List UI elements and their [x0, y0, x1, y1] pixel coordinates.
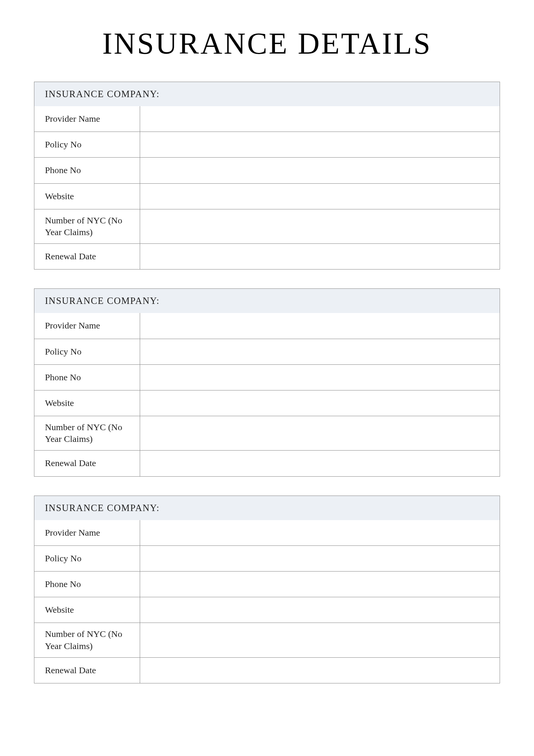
field-value-website[interactable] — [140, 597, 500, 623]
field-value-renewal-date[interactable] — [140, 658, 500, 683]
field-label-website: Website — [34, 184, 140, 209]
form-row: Number of NYC (No Year Claims) — [34, 416, 500, 450]
form-row: Policy No — [34, 545, 500, 571]
form-row: Policy No — [34, 132, 500, 157]
section-header: INSURANCE COMPANY: — [34, 82, 500, 106]
form-row: Website — [34, 597, 500, 623]
field-label-provider-name: Provider Name — [34, 106, 140, 132]
page-title: INSURANCE DETAILS — [34, 26, 500, 61]
field-label-website: Website — [34, 597, 140, 623]
form-row: Phone No — [34, 571, 500, 597]
section-header: INSURANCE COMPANY: — [34, 496, 500, 520]
field-label-policy-no: Policy No — [34, 546, 140, 571]
field-label-website: Website — [34, 390, 140, 416]
form-row: Number of NYC (No Year Claims) — [34, 209, 500, 243]
field-value-provider-name[interactable] — [140, 520, 500, 545]
form-row: Provider Name — [34, 106, 500, 132]
field-label-policy-no: Policy No — [34, 339, 140, 364]
form-row: Number of NYC (No Year Claims) — [34, 623, 500, 657]
field-label-phone-no: Phone No — [34, 158, 140, 183]
field-value-website[interactable] — [140, 390, 500, 416]
field-label-policy-no: Policy No — [34, 132, 140, 157]
form-row: Website — [34, 390, 500, 416]
field-value-policy-no[interactable] — [140, 546, 500, 571]
form-row: Renewal Date — [34, 657, 500, 683]
form-row: Phone No — [34, 157, 500, 183]
section-header: INSURANCE COMPANY: — [34, 289, 500, 313]
field-value-nyc[interactable] — [140, 209, 500, 243]
form-row: Phone No — [34, 364, 500, 390]
field-label-phone-no: Phone No — [34, 572, 140, 597]
field-label-renewal-date: Renewal Date — [34, 244, 140, 269]
field-value-phone-no[interactable] — [140, 572, 500, 597]
field-label-renewal-date: Renewal Date — [34, 451, 140, 476]
field-value-nyc[interactable] — [140, 623, 500, 657]
field-value-provider-name[interactable] — [140, 313, 500, 338]
form-row: Policy No — [34, 339, 500, 364]
field-label-nyc: Number of NYC (No Year Claims) — [34, 209, 140, 243]
form-row: Renewal Date — [34, 243, 500, 269]
insurance-section-3: INSURANCE COMPANY: Provider Name Policy … — [34, 496, 500, 683]
field-label-phone-no: Phone No — [34, 365, 140, 390]
field-label-nyc: Number of NYC (No Year Claims) — [34, 416, 140, 450]
field-value-website[interactable] — [140, 184, 500, 209]
insurance-section-2: INSURANCE COMPANY: Provider Name Policy … — [34, 288, 500, 476]
field-value-provider-name[interactable] — [140, 106, 500, 132]
form-row: Provider Name — [34, 520, 500, 545]
field-value-renewal-date[interactable] — [140, 244, 500, 269]
field-value-phone-no[interactable] — [140, 158, 500, 183]
field-value-policy-no[interactable] — [140, 132, 500, 157]
field-label-provider-name: Provider Name — [34, 313, 140, 338]
field-label-nyc: Number of NYC (No Year Claims) — [34, 623, 140, 657]
form-row: Renewal Date — [34, 450, 500, 476]
field-value-phone-no[interactable] — [140, 365, 500, 390]
field-value-renewal-date[interactable] — [140, 451, 500, 476]
field-value-policy-no[interactable] — [140, 339, 500, 364]
form-row: Website — [34, 183, 500, 209]
field-value-nyc[interactable] — [140, 416, 500, 450]
insurance-section-1: INSURANCE COMPANY: Provider Name Policy … — [34, 82, 500, 270]
form-row: Provider Name — [34, 313, 500, 338]
field-label-renewal-date: Renewal Date — [34, 658, 140, 683]
field-label-provider-name: Provider Name — [34, 520, 140, 545]
